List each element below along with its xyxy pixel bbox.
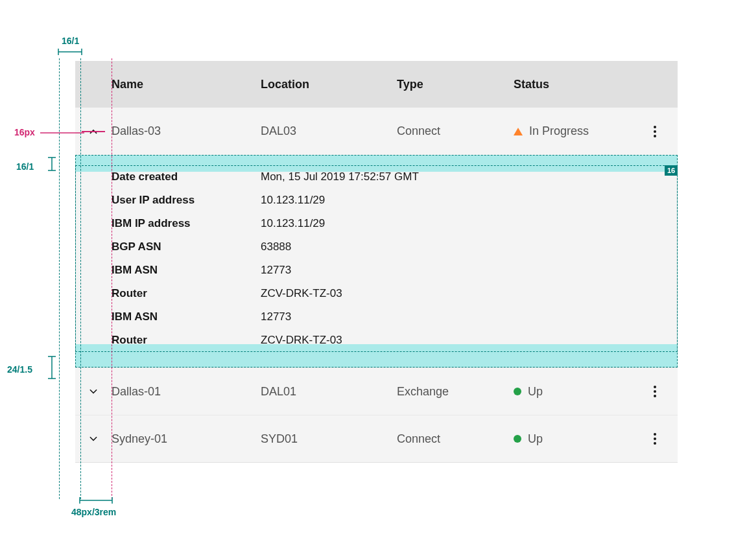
expanded-panel: 16 Date createdMon, 15 Jul 2019 17:52:57… bbox=[75, 155, 678, 368]
svg-point-4 bbox=[654, 390, 656, 393]
overflow-menu-icon bbox=[654, 386, 656, 397]
status-label: Up bbox=[528, 385, 543, 399]
col-header-name[interactable]: Name bbox=[112, 78, 261, 91]
svg-point-8 bbox=[654, 442, 656, 445]
chevron-down-icon bbox=[88, 433, 99, 445]
status-label: Up bbox=[528, 432, 543, 446]
data-table: Name Location Type Status Dallas-03 DAL0… bbox=[75, 61, 678, 463]
cell-type: Connect bbox=[397, 124, 514, 138]
cell-type: Exchange bbox=[397, 385, 514, 399]
table-row[interactable]: Dallas-01 DAL01 Exchange Up bbox=[75, 368, 678, 415]
spec-bracket-icon bbox=[57, 48, 83, 58]
cell-name: Dallas-01 bbox=[112, 385, 261, 399]
svg-point-6 bbox=[654, 433, 656, 436]
spec-label: 48px/3rem bbox=[71, 507, 116, 517]
spec-guide bbox=[59, 58, 60, 499]
chevron-up-icon bbox=[88, 126, 99, 137]
overflow-menu-icon bbox=[654, 126, 656, 137]
spec-badge: 16 bbox=[665, 165, 678, 176]
chevron-down-icon bbox=[88, 386, 99, 397]
status-ok-icon bbox=[514, 388, 521, 395]
overflow-menu-button[interactable] bbox=[643, 120, 667, 143]
spec-leader-icon bbox=[40, 131, 84, 135]
spec-bracket-icon bbox=[47, 355, 58, 381]
cell-name: Sydney-01 bbox=[112, 432, 261, 446]
svg-point-5 bbox=[654, 395, 656, 397]
svg-point-3 bbox=[654, 386, 656, 388]
spec-bracket-icon bbox=[78, 496, 115, 507]
overflow-menu-icon bbox=[654, 433, 656, 445]
spec-guide bbox=[80, 58, 81, 499]
col-header-type[interactable]: Type bbox=[397, 78, 514, 91]
svg-point-0 bbox=[654, 126, 656, 128]
cell-type: Connect bbox=[397, 432, 514, 446]
cell-name: Dallas-03 bbox=[112, 124, 261, 138]
overflow-menu-button[interactable] bbox=[643, 427, 667, 450]
svg-point-7 bbox=[654, 438, 656, 440]
spec-bracket-icon bbox=[47, 156, 58, 176]
status-ok-icon bbox=[514, 435, 521, 443]
svg-point-1 bbox=[654, 130, 656, 133]
spec-label: 16px bbox=[14, 127, 35, 137]
status-label: In Progress bbox=[529, 124, 589, 138]
cell-location: SYD01 bbox=[261, 432, 397, 446]
spec-label: 24/1.5 bbox=[7, 364, 32, 375]
overflow-menu-button[interactable] bbox=[643, 380, 667, 403]
col-header-location[interactable]: Location bbox=[261, 78, 397, 91]
cell-status: Up bbox=[514, 385, 643, 399]
warning-icon bbox=[514, 128, 523, 135]
table-row[interactable]: Sydney-01 SYD01 Connect Up bbox=[75, 415, 678, 462]
cell-status: In Progress bbox=[514, 124, 643, 138]
cell-status: Up bbox=[514, 432, 643, 446]
table-header: Name Location Type Status bbox=[75, 61, 678, 108]
spec-label: 16/1 bbox=[16, 161, 34, 172]
col-header-status[interactable]: Status bbox=[514, 78, 643, 91]
spec-label: 16/1 bbox=[62, 36, 79, 46]
svg-point-2 bbox=[654, 135, 656, 137]
spec-guide bbox=[112, 58, 112, 499]
cell-location: DAL01 bbox=[261, 385, 397, 399]
cell-location: DAL03 bbox=[261, 124, 397, 138]
table-row[interactable]: Dallas-03 DAL03 Connect In Progress bbox=[75, 108, 678, 155]
